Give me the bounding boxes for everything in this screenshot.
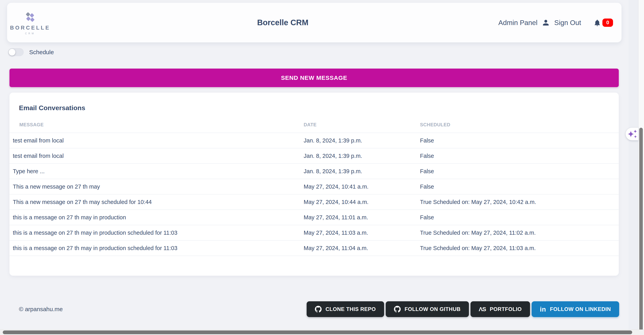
table-row: this is a message on 27 th may in produc… [10,225,619,240]
col-header-date: DATE [304,117,420,133]
admin-panel-link[interactable]: Admin Panel [498,19,537,26]
right-gutter [628,0,638,335]
vertical-scrollbar-thumb[interactable] [639,128,643,334]
footer-buttons: CLONE THIS REPO FOLLOW ON GITHUB ΛS PORT… [306,301,619,317]
schedule-toggle[interactable] [8,48,24,56]
follow-github-button[interactable]: FOLLOW ON GITHUB [386,301,469,317]
col-header-message: MESSAGE [10,117,304,133]
github-icon [315,306,322,313]
table-header-row: MESSAGE DATE SCHEDULED [10,117,619,133]
as-logo-icon: ΛS [479,306,486,313]
cell-date: May 27, 2024, 10:41 a.m. [304,179,420,194]
cell-message: this is a message on 27 th may in produc… [10,210,304,225]
cell-date: Jan. 8, 2024, 1:39 p.m. [304,133,420,148]
brand-sub: CRM [25,32,35,35]
cell-date: Jan. 8, 2024, 1:39 p.m. [304,164,420,179]
cell-scheduled: True Scheduled on: May 27, 2024, 10:42 a… [420,194,619,210]
schedule-label: Schedule [29,49,54,55]
user-icon[interactable] [542,19,549,26]
notification-badge: 0 [602,18,613,27]
cell-date: May 27, 2024, 11:01 a.m. [304,210,420,225]
notifications: 0 [593,18,613,27]
page-title: Borcelle CRM [257,18,308,27]
clone-repo-button[interactable]: CLONE THIS REPO [306,301,384,317]
linkedin-icon: in [540,306,546,313]
table-row: test email from local Jan. 8, 2024, 1:39… [10,133,619,148]
cell-date: May 27, 2024, 11:04 a.m. [304,240,420,256]
borcelle-logo-icon [26,11,35,23]
button-label: FOLLOW ON GITHUB [404,306,460,312]
col-header-scheduled: SCHEDULED [420,117,619,133]
horizontal-scrollbar-thumb[interactable] [3,331,632,334]
schedule-row: Schedule [8,48,628,56]
table-row: Type here ... Jan. 8, 2024, 1:39 p.m. Fa… [10,164,619,179]
conversations-card: Email Conversations MESSAGE DATE SCHEDUL… [10,93,619,276]
conversations-table-body: test email from local Jan. 8, 2024, 1:39… [10,133,619,256]
cell-scheduled: False [420,133,619,148]
portfolio-button[interactable]: ΛS PORTFOLIO [470,301,530,317]
brand-name: BORCELLE [10,25,50,31]
page: BORCELLE CRM Borcelle CRM Admin Panel Si… [0,0,644,335]
cell-date: May 27, 2024, 10:44 a.m. [304,194,420,210]
button-label: PORTFOLIO [490,306,522,312]
content-viewport: BORCELLE CRM Borcelle CRM Admin Panel Si… [0,0,628,335]
cell-scheduled: False [420,164,619,179]
footer: © arpansahu.me CLONE THIS REPO FOLLOW ON… [10,301,619,317]
cell-scheduled: False [420,210,619,225]
ai-assistant-button[interactable] [626,128,638,140]
table-row: this is a message on 27 th may in produc… [10,240,619,256]
cell-scheduled: True Scheduled on: May 27, 2024, 11:03 a… [420,240,619,256]
send-new-message-button[interactable]: SEND NEW MESSAGE [10,69,619,87]
cell-message: test email from local [10,133,304,148]
sign-out-link[interactable]: Sign Out [554,19,581,26]
conversations-table: MESSAGE DATE SCHEDULED test email from l… [10,117,619,256]
cell-scheduled: False [420,148,619,164]
header-card: BORCELLE CRM Borcelle CRM Admin Panel Si… [7,3,622,42]
header-nav: Admin Panel Sign Out 0 [498,18,622,27]
cell-message: this is a message on 27 th may in produc… [10,225,304,240]
table-row: this is a message on 27 th may in produc… [10,210,619,225]
cell-message: test email from local [10,148,304,164]
copyright: © arpansahu.me [10,306,63,313]
toggle-knob [9,49,16,55]
button-label: CLONE THIS REPO [326,306,376,312]
cell-message: This a new message on 27 th may schedule… [10,194,304,210]
button-label: FOLLOW ON LINKEDIN [550,306,611,312]
borcelle-logo: BORCELLE CRM [7,10,53,35]
cell-message: This a new message on 27 th may [10,179,304,194]
table-row: This a new message on 27 th may May 27, … [10,179,619,194]
github-icon [394,306,401,313]
cell-date: May 27, 2024, 11:03 a.m. [304,225,420,240]
cell-message: Type here ... [10,164,304,179]
table-row: test email from local Jan. 8, 2024, 1:39… [10,148,619,164]
bell-icon[interactable] [593,18,601,27]
cell-date: Jan. 8, 2024, 1:39 p.m. [304,148,420,164]
cell-message: this is a message on 27 th may in produc… [10,240,304,256]
sparkles-icon [626,128,638,139]
cell-scheduled: False [420,179,619,194]
cell-scheduled: True Scheduled on: May 27, 2024, 11:02 a… [420,225,619,240]
conversations-title: Email Conversations [19,104,619,112]
follow-linkedin-button[interactable]: in FOLLOW ON LINKEDIN [532,301,619,317]
table-row: This a new message on 27 th may schedule… [10,194,619,210]
